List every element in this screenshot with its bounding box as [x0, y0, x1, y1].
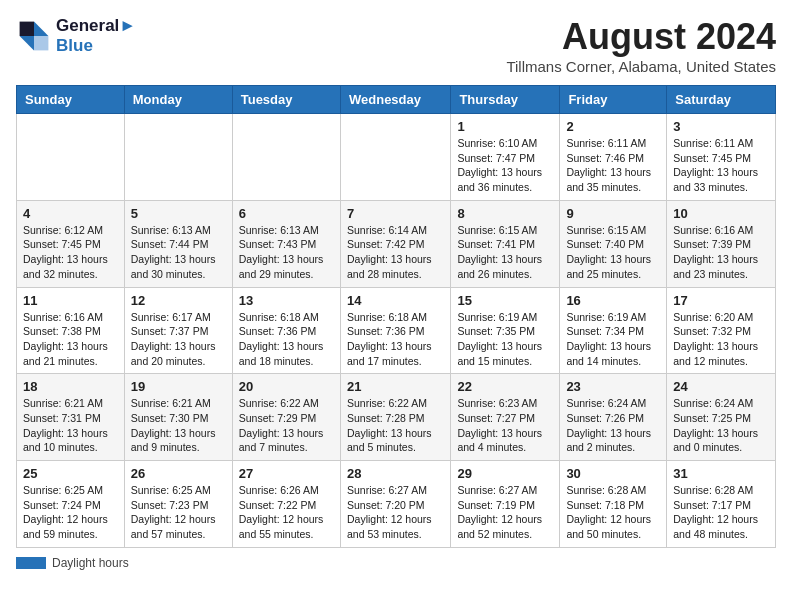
day-number: 25 [23, 466, 118, 481]
calendar-day-cell: 10Sunrise: 6:16 AM Sunset: 7:39 PM Dayli… [667, 200, 776, 287]
day-number: 20 [239, 379, 334, 394]
calendar-day-cell [17, 114, 125, 201]
calendar-day-cell: 15Sunrise: 6:19 AM Sunset: 7:35 PM Dayli… [451, 287, 560, 374]
calendar-day-cell: 14Sunrise: 6:18 AM Sunset: 7:36 PM Dayli… [340, 287, 450, 374]
calendar-day-cell: 6Sunrise: 6:13 AM Sunset: 7:43 PM Daylig… [232, 200, 340, 287]
logo-icon [16, 18, 52, 54]
day-number: 5 [131, 206, 226, 221]
day-of-week-header: Friday [560, 86, 667, 114]
day-number: 2 [566, 119, 660, 134]
calendar-day-cell [340, 114, 450, 201]
day-info: Sunrise: 6:19 AM Sunset: 7:35 PM Dayligh… [457, 310, 553, 369]
day-number: 12 [131, 293, 226, 308]
logo: General► Blue [16, 16, 136, 57]
day-info: Sunrise: 6:11 AM Sunset: 7:46 PM Dayligh… [566, 136, 660, 195]
day-info: Sunrise: 6:24 AM Sunset: 7:25 PM Dayligh… [673, 396, 769, 455]
day-info: Sunrise: 6:25 AM Sunset: 7:24 PM Dayligh… [23, 483, 118, 542]
day-number: 30 [566, 466, 660, 481]
calendar-day-cell: 19Sunrise: 6:21 AM Sunset: 7:30 PM Dayli… [124, 374, 232, 461]
calendar-day-cell: 3Sunrise: 6:11 AM Sunset: 7:45 PM Daylig… [667, 114, 776, 201]
calendar-day-cell: 12Sunrise: 6:17 AM Sunset: 7:37 PM Dayli… [124, 287, 232, 374]
calendar-day-cell: 7Sunrise: 6:14 AM Sunset: 7:42 PM Daylig… [340, 200, 450, 287]
day-info: Sunrise: 6:15 AM Sunset: 7:41 PM Dayligh… [457, 223, 553, 282]
day-number: 19 [131, 379, 226, 394]
day-number: 6 [239, 206, 334, 221]
day-of-week-header: Wednesday [340, 86, 450, 114]
day-info: Sunrise: 6:28 AM Sunset: 7:17 PM Dayligh… [673, 483, 769, 542]
day-info: Sunrise: 6:13 AM Sunset: 7:44 PM Dayligh… [131, 223, 226, 282]
calendar-day-cell: 8Sunrise: 6:15 AM Sunset: 7:41 PM Daylig… [451, 200, 560, 287]
calendar-week-row: 25Sunrise: 6:25 AM Sunset: 7:24 PM Dayli… [17, 461, 776, 548]
calendar-week-row: 1Sunrise: 6:10 AM Sunset: 7:47 PM Daylig… [17, 114, 776, 201]
day-of-week-header: Saturday [667, 86, 776, 114]
calendar-day-cell [232, 114, 340, 201]
day-info: Sunrise: 6:16 AM Sunset: 7:38 PM Dayligh… [23, 310, 118, 369]
day-number: 27 [239, 466, 334, 481]
day-info: Sunrise: 6:17 AM Sunset: 7:37 PM Dayligh… [131, 310, 226, 369]
day-of-week-header: Tuesday [232, 86, 340, 114]
day-info: Sunrise: 6:23 AM Sunset: 7:27 PM Dayligh… [457, 396, 553, 455]
day-number: 17 [673, 293, 769, 308]
day-info: Sunrise: 6:24 AM Sunset: 7:26 PM Dayligh… [566, 396, 660, 455]
calendar-day-cell: 5Sunrise: 6:13 AM Sunset: 7:44 PM Daylig… [124, 200, 232, 287]
day-info: Sunrise: 6:10 AM Sunset: 7:47 PM Dayligh… [457, 136, 553, 195]
day-number: 16 [566, 293, 660, 308]
day-info: Sunrise: 6:28 AM Sunset: 7:18 PM Dayligh… [566, 483, 660, 542]
day-number: 11 [23, 293, 118, 308]
day-info: Sunrise: 6:13 AM Sunset: 7:43 PM Dayligh… [239, 223, 334, 282]
calendar-day-cell: 21Sunrise: 6:22 AM Sunset: 7:28 PM Dayli… [340, 374, 450, 461]
calendar-week-row: 18Sunrise: 6:21 AM Sunset: 7:31 PM Dayli… [17, 374, 776, 461]
day-number: 8 [457, 206, 553, 221]
month-year-title: August 2024 [506, 16, 776, 58]
calendar-week-row: 11Sunrise: 6:16 AM Sunset: 7:38 PM Dayli… [17, 287, 776, 374]
day-info: Sunrise: 6:27 AM Sunset: 7:20 PM Dayligh… [347, 483, 444, 542]
day-number: 4 [23, 206, 118, 221]
day-number: 24 [673, 379, 769, 394]
calendar-day-cell: 22Sunrise: 6:23 AM Sunset: 7:27 PM Dayli… [451, 374, 560, 461]
calendar-day-cell: 30Sunrise: 6:28 AM Sunset: 7:18 PM Dayli… [560, 461, 667, 548]
calendar-day-cell: 13Sunrise: 6:18 AM Sunset: 7:36 PM Dayli… [232, 287, 340, 374]
calendar-day-cell: 24Sunrise: 6:24 AM Sunset: 7:25 PM Dayli… [667, 374, 776, 461]
title-area: August 2024 Tillmans Corner, Alabama, Un… [506, 16, 776, 75]
day-info: Sunrise: 6:14 AM Sunset: 7:42 PM Dayligh… [347, 223, 444, 282]
day-number: 1 [457, 119, 553, 134]
calendar-header-row: SundayMondayTuesdayWednesdayThursdayFrid… [17, 86, 776, 114]
calendar-day-cell: 27Sunrise: 6:26 AM Sunset: 7:22 PM Dayli… [232, 461, 340, 548]
calendar-day-cell: 31Sunrise: 6:28 AM Sunset: 7:17 PM Dayli… [667, 461, 776, 548]
day-number: 23 [566, 379, 660, 394]
day-info: Sunrise: 6:19 AM Sunset: 7:34 PM Dayligh… [566, 310, 660, 369]
svg-rect-3 [20, 22, 34, 36]
day-number: 10 [673, 206, 769, 221]
day-number: 26 [131, 466, 226, 481]
day-info: Sunrise: 6:25 AM Sunset: 7:23 PM Dayligh… [131, 483, 226, 542]
day-info: Sunrise: 6:16 AM Sunset: 7:39 PM Dayligh… [673, 223, 769, 282]
day-of-week-header: Thursday [451, 86, 560, 114]
day-info: Sunrise: 6:27 AM Sunset: 7:19 PM Dayligh… [457, 483, 553, 542]
legend-color-bar [16, 557, 46, 569]
location-subtitle: Tillmans Corner, Alabama, United States [506, 58, 776, 75]
calendar-day-cell: 2Sunrise: 6:11 AM Sunset: 7:46 PM Daylig… [560, 114, 667, 201]
day-number: 14 [347, 293, 444, 308]
calendar-day-cell: 4Sunrise: 6:12 AM Sunset: 7:45 PM Daylig… [17, 200, 125, 287]
day-number: 28 [347, 466, 444, 481]
day-number: 7 [347, 206, 444, 221]
calendar-day-cell: 20Sunrise: 6:22 AM Sunset: 7:29 PM Dayli… [232, 374, 340, 461]
calendar-day-cell: 26Sunrise: 6:25 AM Sunset: 7:23 PM Dayli… [124, 461, 232, 548]
page-header: General► Blue August 2024 Tillmans Corne… [16, 16, 776, 75]
day-number: 31 [673, 466, 769, 481]
day-info: Sunrise: 6:18 AM Sunset: 7:36 PM Dayligh… [239, 310, 334, 369]
day-number: 13 [239, 293, 334, 308]
day-info: Sunrise: 6:21 AM Sunset: 7:30 PM Dayligh… [131, 396, 226, 455]
day-info: Sunrise: 6:26 AM Sunset: 7:22 PM Dayligh… [239, 483, 334, 542]
calendar-day-cell: 16Sunrise: 6:19 AM Sunset: 7:34 PM Dayli… [560, 287, 667, 374]
calendar-day-cell: 29Sunrise: 6:27 AM Sunset: 7:19 PM Dayli… [451, 461, 560, 548]
calendar-week-row: 4Sunrise: 6:12 AM Sunset: 7:45 PM Daylig… [17, 200, 776, 287]
day-of-week-header: Sunday [17, 86, 125, 114]
legend: Daylight hours [16, 556, 776, 570]
day-number: 9 [566, 206, 660, 221]
calendar-day-cell: 9Sunrise: 6:15 AM Sunset: 7:40 PM Daylig… [560, 200, 667, 287]
day-info: Sunrise: 6:22 AM Sunset: 7:28 PM Dayligh… [347, 396, 444, 455]
day-number: 21 [347, 379, 444, 394]
calendar-table: SundayMondayTuesdayWednesdayThursdayFrid… [16, 85, 776, 548]
day-info: Sunrise: 6:12 AM Sunset: 7:45 PM Dayligh… [23, 223, 118, 282]
